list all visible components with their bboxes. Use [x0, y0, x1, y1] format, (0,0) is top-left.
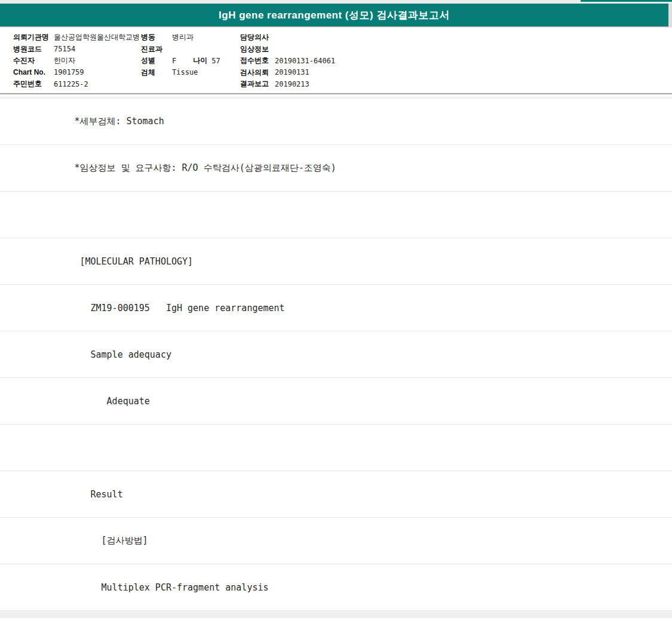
- patient-info-middle-column: 병동 병리과 진료과 성별 F 나이 57 검체 Tissue: [141, 32, 220, 90]
- field-value: Tissue: [172, 68, 198, 76]
- report-title: IgH gene rearrangement (성모) 검사결과보고서: [219, 8, 450, 22]
- patient-info-left-column: 의뢰기관명 울산공업학원울산대학교병 병원코드 75154 수진자 한미자 Ch…: [13, 32, 140, 90]
- report-line-empty: [0, 192, 672, 238]
- report-line-method: Multiplex PCR-fragment analysis: [0, 564, 672, 611]
- field-value: 611225-2: [54, 80, 88, 88]
- report-line-test-id-and-name: ZM19-000195 IgH gene rearrangement: [0, 285, 672, 331]
- field-label: 접수번호: [240, 56, 271, 66]
- field-label: 주민번호: [13, 79, 50, 89]
- report-body: *세부검체: Stomach *임상정보 및 요구사항: R/O 수탁검사(삼광…: [0, 99, 672, 611]
- field-label: 병동: [141, 32, 168, 42]
- field-value: 20190131-64061: [275, 57, 335, 65]
- report-line-empty-2: [0, 425, 672, 471]
- window-bottom-strip: [0, 611, 672, 618]
- field-label: 수진자: [13, 56, 50, 66]
- field-ward: 병동 병리과: [141, 32, 220, 44]
- field-label: 검사의뢰: [240, 67, 271, 78]
- field-hospital-code: 병원코드 75154: [13, 44, 140, 56]
- field-label: 임상정보: [240, 44, 271, 54]
- field-clinical-info: 임상정보: [240, 44, 335, 56]
- field-value-age: 57: [211, 57, 220, 65]
- report-line-specimen-detail: *세부검체: Stomach: [0, 99, 672, 145]
- field-label: 병원코드: [13, 44, 50, 54]
- field-value: 병리과: [172, 32, 194, 42]
- field-label: 담당의사: [240, 32, 271, 42]
- patient-info-right-column: 담당의사 임상정보 접수번호 20190131-64061 검사의뢰 20190…: [240, 32, 335, 90]
- field-request-date: 검사의뢰 20190131: [240, 67, 335, 79]
- field-label: 진료과: [141, 44, 168, 54]
- field-resident-no: 주민번호 611225-2: [13, 78, 140, 90]
- field-department: 진료과: [141, 44, 220, 56]
- report-line-result: Result: [0, 471, 672, 518]
- field-label: 검체: [141, 67, 168, 78]
- report-line-clinical-request: *임상정보 및 요구사항: R/O 수탁검사(삼광의료재단-조영숙): [0, 145, 672, 192]
- field-empty: [141, 78, 220, 90]
- field-value: 한미자: [54, 56, 75, 66]
- field-value: 20190131: [275, 68, 309, 76]
- report-line-section-header: [MOLECULAR PATHOLOGY]: [0, 238, 672, 285]
- field-patient-name: 수진자 한미자: [13, 55, 140, 67]
- patient-info-section: 의뢰기관명 울산공업학원울산대학교병 병원코드 75154 수진자 한미자 Ch…: [0, 27, 672, 94]
- field-accession-no: 접수번호 20190131-64061: [240, 55, 335, 67]
- report-title-bar: IgH gene rearrangement (성모) 검사결과보고서: [0, 4, 668, 27]
- field-attending-doctor: 담당의사: [240, 32, 335, 44]
- report-line-sample-adequacy: Sample adequacy: [0, 331, 672, 378]
- field-label: 성별: [141, 56, 168, 66]
- field-value: 75154: [54, 45, 75, 53]
- top-right-teal-sliver: [581, 0, 672, 2]
- field-label: 의뢰기관명: [13, 32, 50, 42]
- field-specimen: 검체 Tissue: [141, 67, 220, 79]
- field-report-date: 결과보고 20190213: [240, 78, 335, 90]
- field-value: 1901759: [54, 68, 84, 76]
- field-sex-age: 성별 F 나이 57: [141, 55, 220, 67]
- field-value: 20190213: [275, 80, 309, 88]
- report-line-method-header: [검사방법]: [0, 518, 672, 564]
- report-line-adequate: Adequate: [0, 378, 672, 425]
- field-value: F: [172, 57, 176, 65]
- field-value: 울산공업학원울산대학교병: [54, 32, 140, 42]
- field-label: 결과보고: [240, 79, 271, 89]
- field-label: Chart No.: [13, 68, 50, 76]
- field-requesting-institution: 의뢰기관명 울산공업학원울산대학교병: [13, 32, 140, 44]
- title-row: IgH gene rearrangement (성모) 검사결과보고서: [0, 4, 672, 27]
- window-top-strip: [0, 0, 672, 4]
- field-chart-no: Chart No. 1901759: [13, 67, 140, 79]
- field-label-age: 나이: [193, 56, 207, 66]
